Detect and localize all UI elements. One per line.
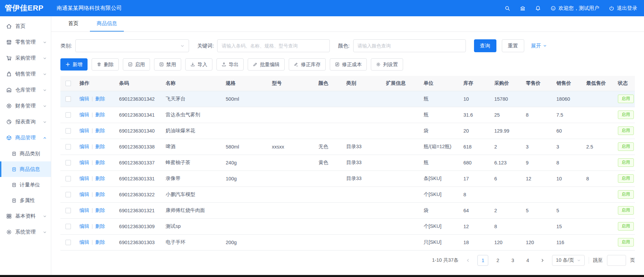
page-button-2[interactable]: 2 <box>492 255 503 266</box>
cell-purchase-price: 15780 <box>491 91 523 107</box>
reset-button[interactable]: 重置 <box>502 39 524 52</box>
delete-link[interactable]: 删除 <box>95 223 105 229</box>
sidebar-item-product-info[interactable]: 商品信息 <box>0 161 51 177</box>
edit-link[interactable]: 编辑 <box>79 112 89 117</box>
cell-barcode: 6901236301340 <box>116 123 162 139</box>
keyword-input[interactable] <box>217 39 330 52</box>
sidebar-item-measure-unit[interactable]: 计量单位 <box>0 177 51 193</box>
delete-link[interactable]: 删除 <box>95 192 105 197</box>
sidebar-item-label: 首页 <box>15 23 25 29</box>
cell-category <box>343 186 382 202</box>
select-all-checkbox[interactable] <box>65 81 71 86</box>
row-checkbox[interactable] <box>65 176 71 181</box>
cell-spec: 100g <box>222 171 268 186</box>
cell-ext-info <box>383 107 420 123</box>
edit-link[interactable]: 编辑 <box>79 160 89 165</box>
search-icon[interactable] <box>505 5 510 11</box>
color-input[interactable] <box>353 39 466 52</box>
delete-link[interactable]: 删除 <box>95 207 105 213</box>
export-button[interactable]: 导出 <box>216 58 244 71</box>
sidebar-item-basic-data[interactable]: 基本资料 <box>0 208 51 224</box>
building-icon[interactable] <box>520 5 526 11</box>
fix-stock-button[interactable]: 修正库存 <box>289 58 326 71</box>
sidebar-item-product-category[interactable]: 商品类别 <box>0 146 51 161</box>
pagination-total: 1-10 共37条 <box>432 257 458 263</box>
sidebar-item-products[interactable]: 商品管理 <box>0 130 51 146</box>
col-name: 名称 <box>162 76 222 91</box>
sidebar-item-multi-attribute[interactable]: 多属性 <box>0 193 51 208</box>
cell-unit: 瓶 <box>420 107 460 123</box>
row-checkbox[interactable] <box>65 128 71 134</box>
expand-link[interactable]: 展开 <box>531 43 547 49</box>
op-divider: | <box>92 239 93 245</box>
sidebar-item-purchase[interactable]: 采购管理 <box>0 50 51 66</box>
enable-button[interactable]: 启用 <box>123 58 150 71</box>
chevron-down-icon <box>180 44 185 48</box>
cell-spec <box>222 202 268 218</box>
delete-button[interactable]: 删除 <box>92 58 119 71</box>
sidebar-item-finance[interactable]: 财务管理 <box>0 98 51 114</box>
row-actions: 编辑|删除 <box>76 218 116 234</box>
prev-page-button[interactable] <box>462 255 473 266</box>
add-button[interactable]: 新增 <box>60 58 88 71</box>
jump-page-input[interactable] <box>607 255 626 266</box>
cell-min-price <box>583 123 614 139</box>
sidebar-item-system[interactable]: 系统管理 <box>0 224 51 240</box>
sidebar-item-reports[interactable]: 报表查询 <box>0 114 51 130</box>
edit-link[interactable]: 编辑 <box>79 207 89 213</box>
row-checkbox[interactable] <box>65 144 71 150</box>
keyword-label: 关键词: <box>197 43 214 49</box>
page-size-select[interactable]: 10 条/页 <box>552 255 584 266</box>
cell-barcode: 6901236301337 <box>116 155 162 171</box>
cell-category <box>343 218 382 234</box>
disable-button[interactable]: 禁用 <box>154 58 181 71</box>
sidebar-item-retail[interactable]: 零售管理 <box>0 34 51 50</box>
page-button-3[interactable]: 3 <box>507 255 518 266</box>
edit-link[interactable]: 编辑 <box>79 192 89 197</box>
fix-cost-button[interactable]: 修正成本 <box>330 58 367 71</box>
chevron-right-icon <box>540 258 545 263</box>
sidebar-item-sales[interactable]: 销售管理 <box>0 66 51 82</box>
column-settings-button[interactable]: 列设置 <box>371 58 403 71</box>
row-checkbox[interactable] <box>65 160 71 165</box>
row-checkbox[interactable] <box>65 112 71 118</box>
row-checkbox[interactable] <box>65 240 71 245</box>
edit-link[interactable]: 编辑 <box>79 128 89 133</box>
status-badge: 启用 <box>618 126 634 135</box>
cell-purchase-price: 6 <box>491 171 523 186</box>
row-checkbox[interactable] <box>65 192 71 197</box>
sidebar-item-warehouse[interactable]: 仓库管理 <box>0 82 51 98</box>
x-square-icon <box>159 62 164 67</box>
edit-link[interactable]: 编辑 <box>79 96 89 101</box>
edit-link[interactable]: 编辑 <box>79 176 89 181</box>
row-checkbox[interactable] <box>65 208 71 213</box>
delete-link[interactable]: 删除 <box>95 239 105 245</box>
sidebar-item-home[interactable]: 首页 <box>0 18 51 34</box>
edit-link[interactable]: 编辑 <box>79 144 89 149</box>
search-button[interactable]: 查询 <box>474 39 496 52</box>
page-button-1[interactable]: 1 <box>477 255 488 266</box>
row-checkbox[interactable] <box>65 96 71 102</box>
tab-product-info[interactable]: 商品信息 <box>90 16 124 32</box>
edit-link[interactable]: 编辑 <box>79 223 89 229</box>
logout-button[interactable]: 退出登录 <box>609 5 637 12</box>
batch-edit-button[interactable]: 批量编辑 <box>248 58 285 71</box>
tab-home[interactable]: 首页 <box>61 16 85 32</box>
delete-link[interactable]: 删除 <box>95 144 105 149</box>
next-page-button[interactable] <box>537 255 548 266</box>
edit-link[interactable]: 编辑 <box>79 239 89 245</box>
category-select[interactable] <box>75 39 189 52</box>
delete-link[interactable]: 删除 <box>95 112 105 117</box>
page-button-4[interactable]: 4 <box>522 255 533 266</box>
bell-icon[interactable] <box>535 5 541 11</box>
power-icon <box>609 5 614 11</box>
delete-link[interactable]: 删除 <box>95 160 105 165</box>
cell-model <box>268 171 315 186</box>
delete-link[interactable]: 删除 <box>95 128 105 133</box>
delete-link[interactable]: 删除 <box>95 96 105 101</box>
row-checkbox[interactable] <box>65 224 71 229</box>
welcome-user[interactable]: 欢迎您，测试用户 <box>550 5 599 12</box>
sidebar-item-label: 财务管理 <box>15 103 36 109</box>
delete-link[interactable]: 删除 <box>95 176 105 181</box>
import-button[interactable]: 导入 <box>185 58 212 71</box>
